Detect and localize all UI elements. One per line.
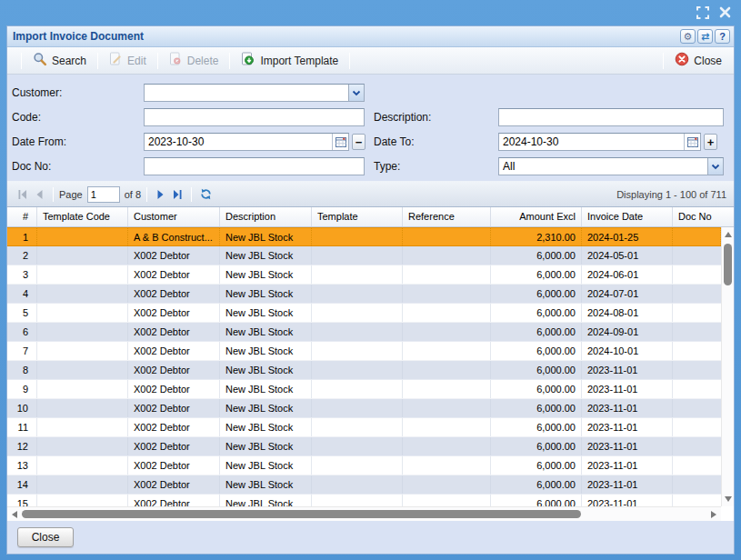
cell-template xyxy=(312,246,403,265)
toolbar-close-button[interactable]: Close xyxy=(670,49,726,72)
column-header-amount-excl[interactable]: Amount Excl xyxy=(491,207,582,226)
description-input[interactable] xyxy=(499,109,723,125)
cell-customer: X002 Debtor xyxy=(128,304,220,322)
scroll-left-icon[interactable] xyxy=(12,511,17,518)
vertical-scrollbar[interactable] xyxy=(721,227,734,506)
edit-button[interactable]: Edit xyxy=(105,49,151,72)
cell-template-code xyxy=(37,418,128,436)
table-row[interactable]: 8X002 DebtorNew JBL Stock6,000.002023-11… xyxy=(7,361,721,380)
vertical-scroll-thumb[interactable] xyxy=(724,244,732,285)
date-to-field[interactable] xyxy=(498,133,701,151)
cell-template xyxy=(312,437,403,455)
settings-button[interactable]: ⚙ xyxy=(680,29,696,44)
table-row[interactable]: 13X002 DebtorNew JBL Stock6,000.002023-1… xyxy=(7,456,721,475)
table-row[interactable]: 4X002 DebtorNew JBL Stock6,000.002024-07… xyxy=(7,285,721,304)
table-row[interactable]: 11X002 DebtorNew JBL Stock6,000.002023-1… xyxy=(7,418,721,437)
column-header-doc-no[interactable]: Doc No xyxy=(673,207,734,226)
date-from-minus-button[interactable]: − xyxy=(352,134,365,150)
column-header-template[interactable]: Template xyxy=(312,207,403,226)
table-row[interactable]: 3X002 DebtorNew JBL Stock6,000.002024-06… xyxy=(7,265,721,285)
cell-amount-excl: 6,000.00 xyxy=(491,437,582,455)
close-icon[interactable] xyxy=(718,5,732,19)
doc-no-field[interactable] xyxy=(144,157,365,175)
table-row[interactable]: 7X002 DebtorNew JBL Stock6,000.002024-10… xyxy=(7,342,721,361)
type-input[interactable] xyxy=(499,158,707,175)
toolbar-separator xyxy=(21,53,22,69)
cell-description: New JBL Stock xyxy=(220,380,312,398)
cell-doc-no xyxy=(673,380,721,398)
date-to-input[interactable] xyxy=(499,134,684,150)
column-header-description[interactable]: Description xyxy=(220,207,312,226)
calendar-icon[interactable] xyxy=(332,134,348,150)
date-from-input[interactable] xyxy=(145,134,332,150)
cell-template xyxy=(312,456,403,475)
date-to-label: Date To: xyxy=(374,133,414,151)
cell-invoice-date: 2023-11-01 xyxy=(582,361,673,379)
customer-combobox[interactable] xyxy=(144,84,365,102)
refresh-button[interactable]: ⇄ xyxy=(697,29,713,44)
table-row[interactable]: 12X002 DebtorNew JBL Stock6,000.002023-1… xyxy=(7,437,721,456)
pager-separator xyxy=(146,187,147,202)
table-row[interactable]: 14X002 DebtorNew JBL Stock6,000.002023-1… xyxy=(7,475,721,495)
import-template-button-label: Import Template xyxy=(260,55,338,67)
date-from-field[interactable] xyxy=(144,133,349,151)
doc-no-input[interactable] xyxy=(145,158,364,175)
description-label: Description: xyxy=(374,108,431,126)
help-button[interactable]: ? xyxy=(715,29,730,44)
close-red-icon xyxy=(675,52,689,69)
table-row[interactable]: 1A & B Construct...New JBL Stock2,310.00… xyxy=(7,227,721,246)
table-row[interactable]: 10X002 DebtorNew JBL Stock6,000.002023-1… xyxy=(7,399,721,418)
code-field[interactable] xyxy=(144,108,365,126)
table-row[interactable]: 5X002 DebtorNew JBL Stock6,000.002024-08… xyxy=(7,304,721,323)
horizontal-scrollbar[interactable] xyxy=(7,506,721,521)
pager-refresh-button[interactable] xyxy=(197,186,214,203)
maximize-icon[interactable] xyxy=(696,5,709,19)
column-header-row-number[interactable]: # xyxy=(7,207,37,226)
cell-invoice-date: 2023-11-01 xyxy=(582,380,673,398)
scroll-down-icon[interactable] xyxy=(725,496,732,502)
first-page-button[interactable] xyxy=(15,186,31,203)
cell-template xyxy=(312,475,403,494)
titlebar-controls xyxy=(696,5,732,19)
calendar-icon[interactable] xyxy=(684,134,700,150)
description-field[interactable] xyxy=(498,108,724,126)
cell-doc-no xyxy=(673,495,721,506)
date-to-plus-button[interactable]: + xyxy=(704,134,717,150)
type-label: Type: xyxy=(374,157,400,175)
column-header-invoice-date[interactable]: Invoice Date xyxy=(582,207,673,226)
table-row[interactable]: 9X002 DebtorNew JBL Stock6,000.002023-11… xyxy=(7,380,721,399)
last-page-button[interactable] xyxy=(169,186,185,203)
code-input[interactable] xyxy=(145,109,364,125)
column-header-reference[interactable]: Reference xyxy=(403,207,491,226)
footer-close-button[interactable]: Close xyxy=(17,527,74,547)
delete-button[interactable]: Delete xyxy=(165,49,224,72)
type-combobox[interactable] xyxy=(498,157,724,175)
customer-input[interactable] xyxy=(145,85,348,101)
table-row[interactable]: 2X002 DebtorNew JBL Stock6,000.002024-05… xyxy=(7,246,721,265)
next-page-button[interactable] xyxy=(153,186,169,203)
cell-template-code xyxy=(37,323,128,341)
customer-label: Customer: xyxy=(12,84,62,102)
prev-page-button[interactable] xyxy=(31,186,47,203)
cell-reference xyxy=(403,265,491,284)
table-row[interactable]: 6X002 DebtorNew JBL Stock6,000.002024-09… xyxy=(7,323,721,342)
cell-row-number: 2 xyxy=(7,246,37,265)
page-number-input[interactable] xyxy=(87,186,120,203)
search-button[interactable]: Search xyxy=(28,49,91,72)
column-header-template-code[interactable]: Template Code xyxy=(37,207,128,226)
import-template-button[interactable]: Import Template xyxy=(236,49,343,72)
scroll-up-icon[interactable] xyxy=(725,232,732,237)
scroll-right-icon[interactable] xyxy=(711,511,716,518)
toolbar-separator xyxy=(663,53,664,69)
grid-header: #Template CodeCustomerDescriptionTemplat… xyxy=(7,207,734,227)
chevron-down-icon[interactable] xyxy=(348,85,364,101)
cell-reference xyxy=(403,285,491,303)
import-template-icon xyxy=(241,52,255,69)
horizontal-scroll-thumb[interactable] xyxy=(22,510,581,518)
chevron-down-icon[interactable] xyxy=(707,158,723,175)
table-row[interactable]: 15X002 DebtorNew JBL Stock6,000.002023-1… xyxy=(7,495,721,506)
cell-reference xyxy=(403,228,491,245)
cell-row-number: 12 xyxy=(7,437,37,455)
column-header-customer[interactable]: Customer xyxy=(128,207,220,226)
cell-amount-excl: 6,000.00 xyxy=(491,361,582,379)
